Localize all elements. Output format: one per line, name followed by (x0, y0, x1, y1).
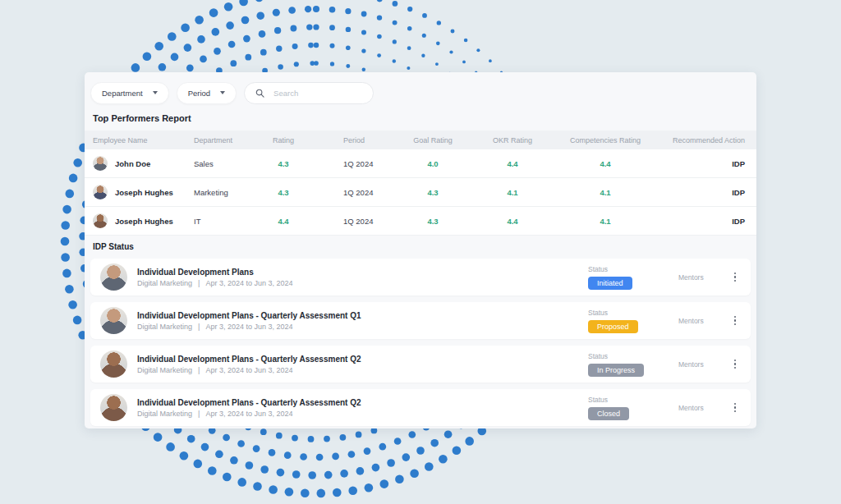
employee-name: John Doe (115, 159, 150, 168)
idp-item-separator: | (198, 323, 200, 331)
idp-item[interactable]: Individual Development Plans - Quarterly… (90, 302, 751, 339)
col-department: Department (194, 136, 246, 144)
status-label: Status (588, 396, 665, 404)
idp-item-title: Individual Development Plans - Quarterly… (137, 355, 573, 364)
recommended-action-value: IDP (657, 188, 748, 197)
idp-item-title: Individual Development Plans - Quarterly… (137, 398, 573, 407)
department-filter-dropdown[interactable]: Department (90, 82, 169, 104)
recommended-action-value: IDP (657, 217, 748, 226)
idp-item-group: Digital Marketing (137, 366, 192, 374)
employee-avatar (93, 213, 108, 228)
status-label: Status (588, 352, 665, 360)
col-competencies-rating: Competencies Rating (554, 136, 657, 144)
rating-value: 4.4 (246, 217, 320, 226)
rating-value: 4.3 (246, 159, 320, 168)
okr-rating-value: 4.4 (471, 217, 554, 226)
competencies-rating-value: 4.1 (554, 217, 657, 226)
employee-avatar (93, 185, 108, 199)
okr-rating-value: 4.4 (471, 159, 554, 168)
col-recommended-action: Recommended Action (657, 136, 748, 144)
col-employee-name: Employee Name (93, 136, 194, 144)
competencies-rating-value: 4.1 (554, 188, 657, 197)
idp-item-separator: | (198, 366, 200, 374)
idp-item[interactable]: Individual Development Plans Digital Mar… (90, 259, 751, 296)
status-badge: Closed (588, 407, 629, 420)
idp-item-group: Digital Marketing (137, 279, 192, 287)
competencies-rating-value: 4.4 (554, 159, 657, 168)
col-period: Period (320, 136, 394, 144)
idp-item-group: Digital Marketing (137, 323, 192, 331)
table-row[interactable]: Joseph Hughes IT 4.4 1Q 2024 4.3 4.4 4.1… (85, 207, 756, 236)
department-filter-label: Department (102, 89, 143, 98)
status-badge: Initiated (588, 277, 632, 290)
toolbar: Department Period (85, 72, 756, 103)
status-badge: In Progress (588, 364, 644, 377)
period-filter-label: Period (188, 89, 210, 98)
period-value: 1Q 2024 (320, 159, 394, 168)
col-rating: Rating (246, 136, 320, 144)
idp-item-dates: Apr 3, 2024 to Jun 3, 2024 (205, 323, 292, 331)
idp-item-title: Individual Development Plans - Quarterly… (137, 311, 573, 320)
idp-item-dates: Apr 3, 2024 to Jun 3, 2024 (205, 366, 292, 374)
table-header: Employee Name Department Rating Period G… (85, 131, 756, 149)
kebab-menu-icon[interactable] (729, 356, 741, 373)
idp-item-separator: | (198, 279, 200, 287)
status-label: Status (588, 309, 665, 317)
mentors-label: Mentors (678, 404, 729, 412)
report-title: Top Performers Report (93, 113, 756, 123)
idp-owner-avatar (100, 394, 127, 421)
idp-status-list: Individual Development Plans Digital Mar… (85, 257, 756, 426)
chevron-down-icon (153, 91, 158, 94)
table-row[interactable]: John Doe Sales 4.3 1Q 2024 4.0 4.4 4.4 I… (85, 149, 756, 178)
idp-item-title: Individual Development Plans (137, 268, 573, 277)
idp-item-group: Digital Marketing (137, 410, 192, 418)
search-input[interactable] (272, 88, 362, 99)
kebab-menu-icon[interactable] (729, 269, 741, 286)
department-value: Sales (194, 159, 246, 168)
goal-rating-value: 4.3 (394, 188, 471, 197)
okr-rating-value: 4.1 (471, 188, 554, 197)
col-okr-rating: OKR Rating (471, 136, 554, 144)
search-icon (255, 89, 264, 98)
period-value: 1Q 2024 (320, 188, 394, 197)
period-filter-dropdown[interactable]: Period (177, 82, 237, 104)
employee-name: Joseph Hughes (115, 217, 173, 226)
idp-item[interactable]: Individual Development Plans - Quarterly… (90, 389, 751, 426)
rating-value: 4.3 (246, 188, 320, 197)
mentors-label: Mentors (678, 273, 729, 282)
status-label: Status (588, 265, 665, 273)
goal-rating-value: 4.3 (394, 217, 471, 226)
status-badge: Proposed (588, 320, 638, 333)
main-panel: Department Period Top Performers Report … (85, 72, 756, 428)
idp-owner-avatar (100, 351, 127, 378)
goal-rating-value: 4.0 (394, 159, 471, 168)
search-box[interactable] (244, 82, 374, 104)
mentors-label: Mentors (678, 360, 729, 369)
period-value: 1Q 2024 (320, 217, 394, 226)
recommended-action-value: IDP (657, 159, 748, 168)
idp-item-dates: Apr 3, 2024 to Jun 3, 2024 (205, 410, 292, 418)
employee-name: Joseph Hughes (115, 188, 173, 197)
idp-item[interactable]: Individual Development Plans - Quarterly… (90, 346, 751, 383)
idp-owner-avatar (100, 263, 127, 291)
col-goal-rating: Goal Rating (394, 136, 471, 144)
idp-status-title: IDP Status (85, 236, 756, 257)
idp-owner-avatar (100, 307, 127, 334)
chevron-down-icon (220, 91, 225, 94)
department-value: Marketing (194, 188, 246, 197)
employee-avatar (93, 156, 108, 171)
idp-item-separator: | (198, 410, 200, 418)
kebab-menu-icon[interactable] (729, 313, 741, 329)
table-row[interactable]: Joseph Hughes Marketing 4.3 1Q 2024 4.3 … (85, 178, 756, 207)
department-value: IT (194, 217, 246, 226)
kebab-menu-icon[interactable] (729, 400, 741, 416)
mentors-label: Mentors (678, 317, 729, 325)
idp-item-dates: Apr 3, 2024 to Jun 3, 2024 (205, 279, 292, 287)
